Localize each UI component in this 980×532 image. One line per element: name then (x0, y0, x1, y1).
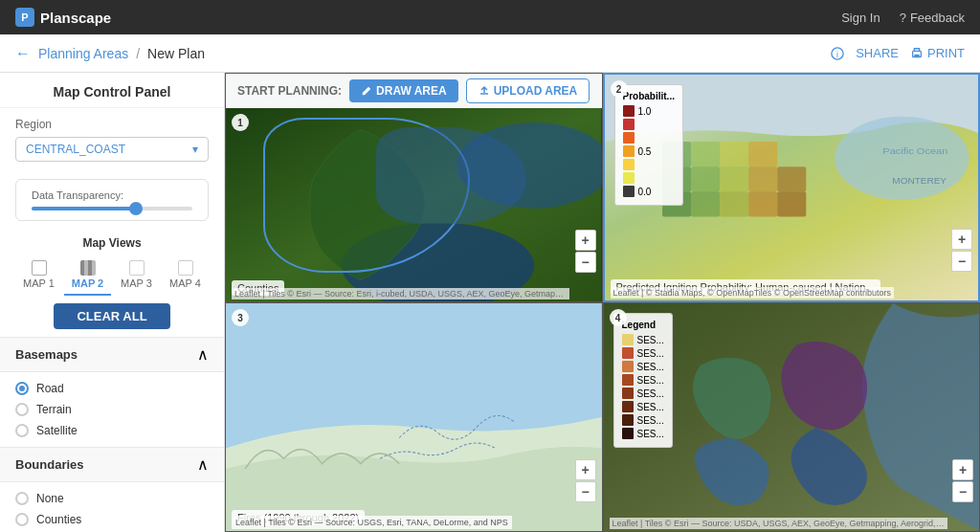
map1-number: 1 (232, 114, 249, 131)
start-planning-label: START PLANNING: (237, 84, 342, 98)
info-button[interactable]: i (831, 47, 844, 60)
topbar: P Planscape Sign In ? Feedback (0, 0, 980, 34)
map1-zoom-in[interactable]: + (575, 230, 596, 251)
map4-controls[interactable]: + − (952, 459, 973, 502)
tab-map4[interactable]: MAP 4 (162, 255, 209, 296)
radio-terrain-label: Terrain (36, 403, 72, 416)
map3-icon (129, 260, 145, 276)
panel-title: Map Control Panel (0, 73, 224, 108)
radio-satellite-label: Satellite (36, 424, 78, 437)
draw-icon (361, 85, 372, 97)
svg-rect-16 (777, 166, 806, 191)
ses-swatch-1 (622, 334, 634, 345)
map1-controls[interactable]: + − (575, 230, 596, 273)
svg-rect-13 (691, 166, 720, 191)
nav-right: Sign In ? Feedback (841, 11, 965, 25)
map4-zoom-in[interactable]: + (952, 459, 973, 480)
transparency-section: Data Transparency: (15, 179, 209, 221)
sign-in-link[interactable]: Sign In (841, 11, 880, 25)
ses-label-7: SES... (637, 415, 664, 426)
tab-map2[interactable]: MAP 2 (64, 255, 111, 296)
tab-map3-label: MAP 3 (121, 277, 152, 289)
basemaps-label: Basemaps (15, 347, 78, 362)
prob-swatch-6 (623, 172, 635, 184)
planning-areas-link[interactable]: Planning Areas (38, 46, 128, 61)
ses-legend: Legend SES... SES... SES... SES... SES..… (613, 313, 673, 448)
feedback-link[interactable]: ? Feedback (900, 11, 965, 25)
prob-item-3 (623, 132, 675, 144)
prob-item-7: 0.0 (623, 186, 675, 197)
map2-icon (80, 260, 96, 276)
prob-item-4: 0.5 (623, 145, 675, 157)
map3-controls[interactable]: + − (575, 459, 596, 502)
prob-swatch-5 (623, 159, 635, 170)
radio-none (15, 492, 29, 505)
radio-road-label: Road (36, 382, 64, 395)
map1-zoom-out[interactable]: − (575, 252, 596, 273)
basemap-terrain[interactable]: Terrain (15, 399, 209, 420)
upload-area-button[interactable]: UPLOAD AREA (466, 78, 590, 103)
ses-swatch-4 (622, 374, 634, 386)
radio-terrain (15, 403, 29, 416)
map1-attribution: Leaflet | Tiles © Esri — Source: Esri, i… (232, 288, 569, 299)
svg-point-22 (835, 117, 969, 200)
tab-map3[interactable]: MAP 3 (113, 255, 160, 296)
prob-legend-title: Probabilit... (623, 91, 675, 101)
clear-all-button[interactable]: CLEAR ALL (54, 303, 169, 329)
back-button[interactable]: ← (15, 45, 31, 62)
map3-imagery (226, 303, 602, 531)
map4-zoom-out[interactable]: − (952, 481, 973, 502)
map3-zoom-in[interactable]: + (575, 459, 596, 480)
basemaps-collapse-icon: ∧ (197, 345, 209, 364)
slider-fill (32, 207, 136, 211)
boundaries-label: Boundaries (15, 457, 84, 472)
basemaps-section-header[interactable]: Basemaps ∧ (0, 337, 224, 372)
basemap-satellite[interactable]: Satellite (15, 420, 209, 441)
ses-swatch-2 (622, 347, 634, 359)
svg-rect-11 (748, 142, 777, 166)
prob-swatch-1 (623, 105, 635, 117)
map3-zoom-out[interactable]: − (575, 481, 596, 502)
boundaries-section-header[interactable]: Boundaries ∧ (0, 447, 224, 482)
tab-map1[interactable]: MAP 1 (15, 255, 62, 296)
svg-rect-10 (720, 142, 748, 166)
prob-item-1: 1.0 (623, 105, 675, 117)
ses-item-5: SES... (622, 388, 664, 399)
map2-controls[interactable]: + − (951, 229, 972, 272)
tab-map2-label: MAP 2 (72, 277, 103, 289)
share-button[interactable]: SHARE (856, 46, 899, 60)
map-quadrant-4[interactable]: Legend SES... SES... SES... SES... SES..… (603, 302, 981, 532)
draw-area-button[interactable]: DRAW AREA (349, 79, 458, 102)
region-value: CENTRAL_COAST (26, 143, 125, 156)
boundary-counties[interactable]: Counties (15, 509, 209, 530)
map1-overlay (226, 108, 602, 301)
map-quadrant-2[interactable]: Pacific Ocean MONTEREY Probabilit... 1.0 (603, 73, 981, 302)
map-tabs: MAP 1 MAP 2 MAP 3 MAP 4 (0, 255, 224, 299)
region-select[interactable]: CENTRAL_COAST ▾ (15, 137, 209, 162)
print-button[interactable]: PRINT (910, 46, 965, 60)
map2-zoom-in[interactable]: + (951, 229, 972, 250)
chevron-down-icon: ▾ (192, 143, 198, 156)
prob-item-5 (623, 159, 675, 170)
map2-number: 2 (611, 80, 628, 98)
svg-point-5 (457, 122, 602, 209)
svg-text:MONTEREY: MONTEREY (892, 175, 947, 185)
radio-counties-label: Counties (36, 513, 81, 526)
transparency-slider[interactable] (32, 207, 192, 211)
map1-icon (32, 260, 47, 276)
ses-label-3: SES... (637, 362, 664, 372)
prob-value-4: 0.5 (638, 146, 652, 157)
region-label: Region (15, 118, 209, 131)
app-name: Planscape (40, 10, 111, 26)
ses-item-4: SES... (622, 374, 664, 386)
ses-swatch-3 (622, 361, 634, 372)
slider-thumb[interactable] (129, 202, 143, 215)
map-quadrant-3[interactable]: 3 Fires (1990 through 2022) + − Leaflet … (225, 302, 603, 532)
map2-attribution: Leaflet | © Stadia Maps, © OpenMapTiles … (611, 287, 895, 299)
draw-area-label: DRAW AREA (376, 84, 447, 98)
basemap-road[interactable]: Road (15, 378, 209, 399)
upload-area-label: UPLOAD AREA (494, 84, 578, 98)
boundary-none[interactable]: None (15, 488, 209, 509)
map2-zoom-out[interactable]: − (951, 251, 972, 272)
map-quadrant-1[interactable]: START PLANNING: DRAW AREA UPLOAD AREA (225, 73, 603, 302)
